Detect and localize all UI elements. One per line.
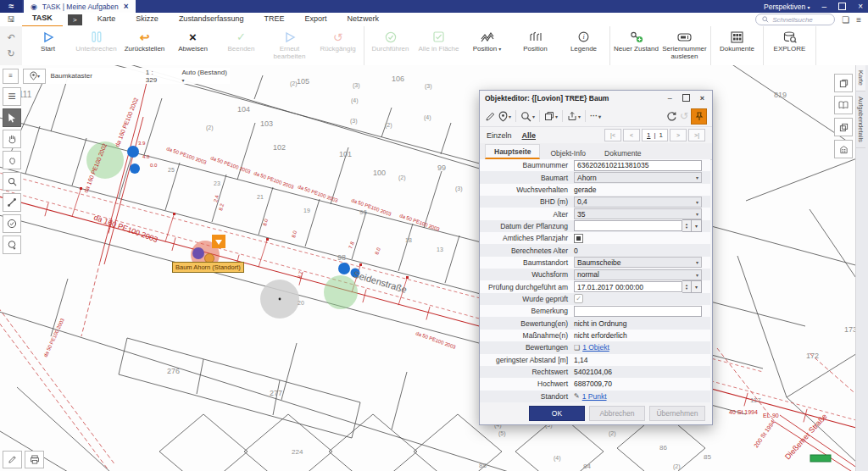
close-button[interactable]: × [858, 3, 863, 11]
ribbon-beenden-button[interactable]: ✓ Beenden [217, 26, 265, 65]
field-input[interactable] [574, 160, 702, 171]
tree-point-blue[interactable] [127, 146, 139, 158]
pager-last-button[interactable]: >| [688, 129, 705, 141]
field-input[interactable] [574, 306, 702, 317]
view-alle[interactable]: Alle [522, 131, 537, 140]
save-icon[interactable]: 🖫 [0, 15, 22, 24]
search-input[interactable]: Schnellsuche [755, 14, 835, 25]
panel-icon[interactable]: ❏ [842, 15, 849, 25]
selected-tree-point[interactable] [192, 247, 204, 259]
apply-button[interactable]: Übernehmen [649, 406, 705, 421]
menu-task[interactable]: TASK [22, 12, 63, 27]
calendar-dropdown-button[interactable]: ▾ [692, 280, 702, 293]
ribbon-position-button[interactable]: Position [511, 26, 559, 65]
rotate-tool-button[interactable] [3, 236, 21, 254]
field-link[interactable]: 1 Punkt [582, 392, 607, 401]
layers-button[interactable] [834, 118, 853, 136]
spinner-buttons[interactable]: ▲▼ [682, 219, 692, 232]
ribbon-dokumente-button[interactable]: Dokumente [713, 26, 761, 65]
ribbon-neuer-zustand-button[interactable]: Neuer Zustand [612, 26, 660, 65]
map-scale[interactable]: 1 : 329 [146, 69, 166, 84]
export-button[interactable]: ▾ [567, 111, 581, 121]
copy-button[interactable]: ▾ [544, 111, 558, 121]
ribbon-unterbrechen-button[interactable]: Unterbrechen [72, 26, 120, 65]
minimize-button[interactable]: – [822, 3, 827, 11]
dialog-close-button[interactable]: × [698, 94, 707, 103]
edit-button[interactable] [485, 111, 496, 122]
map-canvas[interactable]: 1111051061041031021011009996982762772248… [0, 65, 868, 471]
field-select[interactable]: Baumscheibe▾ [574, 257, 702, 268]
menu-export[interactable]: Export [294, 13, 337, 26]
menu-netzwerk[interactable]: Netzwerk [337, 13, 389, 26]
field-link[interactable]: 1 Objekt [582, 343, 609, 352]
tab-karte[interactable]: Karte [856, 65, 865, 91]
menu-skizze[interactable]: Skizze [125, 13, 169, 26]
ribbon-aufgabenstatistik-button[interactable]: Position ▾ [463, 26, 511, 65]
field-checkbox[interactable] [574, 234, 583, 243]
pager-prev-button[interactable]: < [623, 129, 640, 141]
tab-close-icon[interactable]: × [124, 2, 129, 11]
field-select[interactable]: normal▾ [574, 269, 702, 280]
tab-dokumente[interactable]: Dokumente [596, 147, 649, 159]
tab-objekt-info[interactable]: Objekt-Info [542, 147, 594, 159]
field-datetime-input[interactable] [574, 220, 682, 231]
cancel-button[interactable]: Abbrechen [589, 406, 645, 421]
legend-book-button[interactable] [834, 96, 853, 114]
undo-icon[interactable]: ↶ [7, 32, 14, 43]
pager-next-button[interactable]: > [670, 129, 687, 141]
tree-point-blue[interactable] [338, 263, 350, 274]
ribbon-legende-button[interactable]: i Legende [559, 26, 608, 65]
dialog-maximize-button[interactable] [680, 94, 693, 103]
ribbon-abweisen-button[interactable]: × Abweisen [169, 26, 217, 65]
app-tab[interactable]: ◉ TASK | Meine Aufgaben × [24, 0, 136, 13]
ribbon-durchfuehren-button[interactable]: Durchführen [366, 26, 415, 65]
field-select[interactable]: 35▾ [574, 208, 702, 219]
undo-button[interactable]: ↺ [680, 110, 688, 122]
dialog-minimize-button[interactable]: – [665, 94, 675, 103]
ribbon-zurueckstellen-button[interactable]: ↩ Zurückstellen [120, 26, 169, 65]
ribbon-explore-button[interactable]: EXPLORE [765, 26, 814, 65]
menu-karte[interactable]: Karte [87, 13, 126, 26]
pan-tool-button[interactable] [3, 130, 21, 148]
menu-tree[interactable]: TREE [253, 13, 294, 26]
tree-point-blue[interactable] [130, 163, 140, 174]
perspectives-menu[interactable]: Perspektiven ▾ [764, 3, 810, 11]
dialog-titlebar[interactable]: Objekteditor: {[Lovion] TREE} Baum – × [480, 91, 712, 106]
pager-position[interactable]: 1|1 [642, 129, 668, 141]
menu-zustandserfassung[interactable]: Zustandserfassung [169, 13, 254, 26]
ribbon-seriennummer-button[interactable]: Seriennummer auslesen [660, 26, 709, 65]
grab-tool-button[interactable] [3, 151, 21, 169]
tab-hauptseite[interactable]: Hauptseite [485, 144, 540, 159]
map[interactable]: 1111051061041031021011009996982762772248… [0, 65, 868, 471]
hamburger-icon[interactable]: ≡ [856, 15, 861, 25]
field-select[interactable]: 0,4▾ [574, 197, 702, 208]
search-object-button[interactable]: ▾ [520, 111, 535, 122]
field-checkbox-checked[interactable]: ✓ [574, 294, 583, 303]
tree-crown-green[interactable] [324, 275, 358, 309]
map-mode-select[interactable]: Auto (Bestand) ▾ [181, 69, 230, 84]
map-layer-label[interactable]: Baumkataster [50, 72, 92, 80]
map-layers-menu-button[interactable]: ≡ [3, 87, 21, 106]
validate-tool-button[interactable] [3, 214, 21, 233]
field-datetime-input[interactable] [574, 281, 682, 292]
map-menu-button[interactable]: ≡ [3, 69, 19, 84]
tab-aufgabendetails[interactable]: Aufgabendetails [856, 91, 865, 148]
measure-tool-button[interactable] [3, 193, 21, 212]
sketch-button[interactable] [3, 451, 22, 468]
ribbon-rueckgaengig-button[interactable]: ↺ Rückgängig [314, 26, 362, 65]
spinner-buttons[interactable]: ▲▼ [682, 280, 692, 293]
select-tool-button[interactable] [3, 108, 21, 127]
menu-expand-button[interactable]: > [68, 14, 82, 25]
ribbon-start-button[interactable]: Start [24, 26, 72, 65]
field-select[interactable]: Ahorn▾ [574, 172, 702, 183]
calendar-dropdown-button[interactable]: ▾ [692, 219, 702, 232]
ribbon-alle-in-flaeche-button[interactable]: Alle in Fläche [415, 26, 463, 65]
buildings-button[interactable] [834, 140, 853, 158]
locate-button[interactable]: ▾ [498, 111, 511, 122]
print-button[interactable] [25, 451, 44, 468]
selected-tree-label[interactable]: Baum Ahorn (Standort) [172, 262, 244, 273]
refresh-icon[interactable]: ↻ [7, 48, 14, 59]
restore-button[interactable] [838, 3, 846, 10]
zoom-tool-button[interactable] [3, 172, 21, 191]
ok-button[interactable]: OK [529, 406, 585, 421]
